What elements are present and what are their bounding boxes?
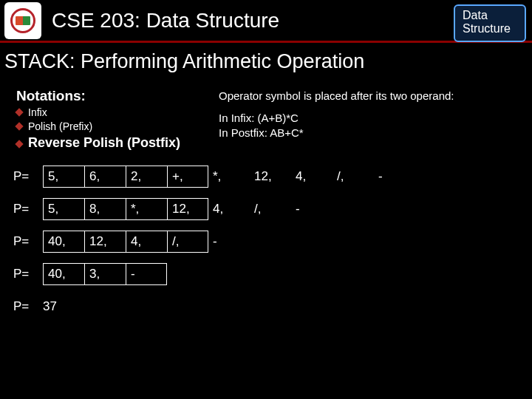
bullet-infix: Infix bbox=[16, 106, 214, 120]
badge-line2: Structure bbox=[463, 22, 517, 35]
evaluation-steps: P=5,6,2,+,*,12,4,/,-P=5,8,*,12,4,/,-P=40… bbox=[0, 151, 532, 321]
stack-cell: 40, bbox=[43, 231, 84, 253]
logo-ring-icon bbox=[10, 8, 35, 33]
token-cell: - bbox=[291, 199, 332, 219]
header-bar: CSE 203: Data Structure Data Structure bbox=[0, 0, 532, 43]
row-label: P= bbox=[13, 234, 43, 249]
stack-cell: 5, bbox=[43, 166, 84, 188]
boxed-cells: 5,6,2,+, bbox=[43, 166, 208, 188]
row-label: P= bbox=[13, 267, 43, 282]
stack-cell: 5, bbox=[43, 198, 84, 220]
notation-bullets: Infix Polish (Prefix) bbox=[16, 106, 214, 134]
eval-row: P=5,8,*,12,4,/,- bbox=[13, 195, 532, 223]
notations-block: Notations: Infix Polish (Prefix) Reverse… bbox=[16, 88, 214, 151]
eval-row: P=40,3,- bbox=[13, 260, 532, 288]
token-cell: - bbox=[374, 166, 415, 187]
stack-cell: 4, bbox=[126, 231, 167, 253]
row-label: P= bbox=[13, 169, 43, 184]
result-label: P= bbox=[13, 299, 43, 314]
stack-cell: 8, bbox=[84, 198, 126, 220]
stack-cell: 40, bbox=[43, 263, 84, 285]
token-cell: - bbox=[208, 231, 250, 252]
content-area: Notations: Infix Polish (Prefix) Reverse… bbox=[0, 73, 532, 151]
token-cell: /, bbox=[250, 199, 291, 219]
stack-cell: /, bbox=[167, 231, 208, 253]
example-postfix: In Postfix: AB+C* bbox=[219, 126, 454, 140]
token-cell: *, bbox=[208, 166, 250, 187]
result-value: 37 bbox=[43, 296, 61, 317]
course-title: CSE 203: Data Structure bbox=[52, 9, 279, 33]
logo-book-icon bbox=[16, 16, 30, 25]
bullet-polish: Polish (Prefix) bbox=[16, 120, 214, 134]
stack-cell: 3, bbox=[84, 263, 126, 285]
eval-row: P=5,6,2,+,*,12,4,/,- bbox=[13, 163, 532, 191]
token-cell: 4, bbox=[208, 199, 250, 219]
stack-cell: - bbox=[126, 263, 167, 285]
bullet-reverse-polish: Reverse Polish (Postfix) bbox=[16, 135, 180, 151]
explanation-block: Operator symbol is placed after its two … bbox=[219, 88, 454, 151]
stack-cell: 12, bbox=[167, 198, 208, 220]
boxed-cells: 40,3,- bbox=[43, 263, 167, 285]
stack-cell: *, bbox=[126, 198, 167, 220]
token-cell: 12, bbox=[250, 166, 291, 187]
notations-heading: Notations: bbox=[16, 88, 214, 104]
row-label: P= bbox=[13, 202, 43, 216]
stack-cell: +, bbox=[167, 166, 208, 188]
stack-cell: 6, bbox=[84, 166, 126, 188]
token-cell: /, bbox=[332, 166, 374, 187]
stack-cell: 2, bbox=[126, 166, 167, 188]
example-infix: In Infix: (A+B)*C bbox=[219, 111, 454, 126]
university-logo bbox=[4, 2, 41, 39]
explanation-desc: Operator symbol is placed after its two … bbox=[219, 89, 454, 102]
result-row: P= 37 bbox=[13, 293, 532, 321]
course-badge: Data Structure bbox=[454, 4, 526, 42]
slide-title: STACK: Performing Arithmetic Operation bbox=[4, 50, 532, 73]
boxed-cells: 5,8,*,12, bbox=[43, 198, 208, 220]
eval-row: P=40,12,4,/,- bbox=[13, 228, 532, 256]
stack-cell: 12, bbox=[84, 231, 126, 253]
badge-line1: Data bbox=[463, 9, 517, 22]
boxed-cells: 40,12,4,/, bbox=[43, 231, 208, 253]
token-cell: 4, bbox=[291, 166, 332, 187]
